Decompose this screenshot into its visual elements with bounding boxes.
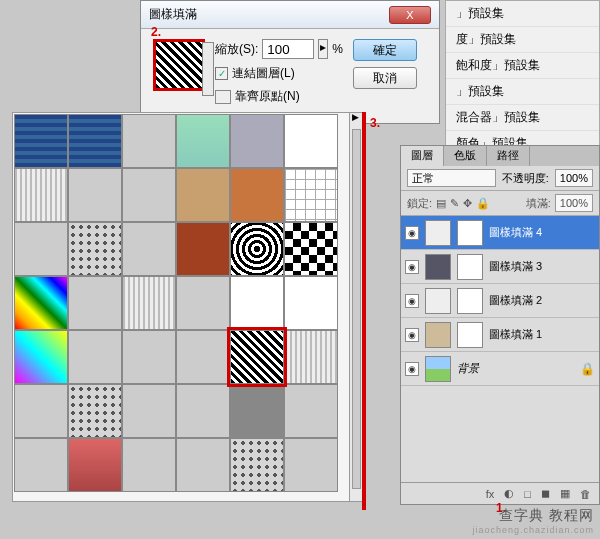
pattern-cell[interactable] xyxy=(14,384,68,438)
lock-pixels-icon[interactable]: ▤ xyxy=(436,197,446,210)
layer-thumb[interactable] xyxy=(425,288,451,314)
pattern-cell[interactable] xyxy=(122,114,176,168)
pattern-cell[interactable] xyxy=(14,330,68,384)
pattern-cell[interactable] xyxy=(176,330,230,384)
pattern-cell[interactable] xyxy=(122,222,176,276)
fx-icon[interactable]: fx xyxy=(486,488,495,500)
fill-input[interactable]: 100% xyxy=(555,194,593,212)
layer-thumb[interactable] xyxy=(425,220,451,246)
blend-mode-select[interactable]: 正常 xyxy=(407,169,496,187)
layer-name[interactable]: 圖樣填滿 3 xyxy=(489,259,595,274)
pattern-cell[interactable] xyxy=(230,438,284,492)
lock-move-icon[interactable]: ✥ xyxy=(463,197,472,210)
pattern-cell[interactable] xyxy=(68,114,122,168)
pattern-cell[interactable] xyxy=(176,222,230,276)
visibility-icon[interactable]: ◉ xyxy=(405,362,419,376)
pattern-cell[interactable] xyxy=(230,222,284,276)
snap-origin-label: 靠齊原點(N) xyxy=(235,88,300,105)
visibility-icon[interactable]: ◉ xyxy=(405,260,419,274)
pattern-cell[interactable] xyxy=(68,330,122,384)
link-layer-checkbox[interactable]: ✓ xyxy=(215,67,228,80)
pattern-cell[interactable] xyxy=(68,222,122,276)
close-icon[interactable]: X xyxy=(389,6,431,24)
preset-item[interactable]: 飽和度」預設集 xyxy=(446,53,599,79)
preset-item[interactable]: 混合器」預設集 xyxy=(446,105,599,131)
opacity-input[interactable]: 100% xyxy=(555,169,593,187)
trash-icon[interactable]: 🗑 xyxy=(580,488,591,500)
layer-row[interactable]: ◉ 圖樣填滿 3 xyxy=(401,250,599,284)
layer-thumb[interactable] xyxy=(425,356,451,382)
ok-button[interactable]: 確定 xyxy=(353,39,417,61)
layer-name[interactable]: 背景 xyxy=(457,361,574,376)
new-layer-icon[interactable]: ▦ xyxy=(560,487,570,500)
pattern-cell[interactable] xyxy=(176,114,230,168)
pattern-cell[interactable] xyxy=(284,438,338,492)
layer-row[interactable]: ◉ 圖樣填滿 4 xyxy=(401,216,599,250)
layer-thumb[interactable] xyxy=(425,322,451,348)
mask-icon[interactable]: ◐ xyxy=(504,487,514,500)
tab-layers[interactable]: 圖層 xyxy=(401,146,444,166)
pattern-cell[interactable] xyxy=(284,168,338,222)
pattern-cell[interactable] xyxy=(68,438,122,492)
pattern-cell[interactable] xyxy=(284,276,338,330)
adjustment-icon[interactable]: □ xyxy=(524,488,531,500)
tab-channels[interactable]: 色版 xyxy=(444,146,487,166)
pattern-cell[interactable] xyxy=(230,276,284,330)
dialog-title: 圖樣填滿 xyxy=(149,6,389,23)
pattern-cell[interactable] xyxy=(230,168,284,222)
snap-origin-button[interactable] xyxy=(215,90,231,104)
preset-item[interactable]: 度」預設集 xyxy=(446,27,599,53)
layer-name[interactable]: 圖樣填滿 1 xyxy=(489,327,595,342)
pattern-cell[interactable] xyxy=(122,330,176,384)
pattern-cell[interactable] xyxy=(284,114,338,168)
layer-mask[interactable] xyxy=(457,322,483,348)
lock-brush-icon[interactable]: ✎ xyxy=(450,197,459,210)
pattern-cell[interactable] xyxy=(122,168,176,222)
pattern-cell[interactable] xyxy=(176,384,230,438)
layer-name[interactable]: 圖樣填滿 2 xyxy=(489,293,595,308)
pattern-cell[interactable] xyxy=(176,168,230,222)
layer-mask[interactable] xyxy=(457,220,483,246)
pattern-cell[interactable] xyxy=(176,276,230,330)
scale-input[interactable] xyxy=(262,39,314,59)
visibility-icon[interactable]: ◉ xyxy=(405,226,419,240)
chevron-down-icon[interactable]: ▸ xyxy=(318,39,328,59)
pattern-cell[interactable] xyxy=(68,168,122,222)
preset-item[interactable]: 」預設集 xyxy=(446,79,599,105)
layer-thumb[interactable] xyxy=(425,254,451,280)
picker-scrollbar[interactable] xyxy=(349,113,363,501)
visibility-icon[interactable]: ◉ xyxy=(405,294,419,308)
dialog-titlebar[interactable]: 圖樣填滿 X xyxy=(141,1,439,29)
cancel-button[interactable]: 取消 xyxy=(353,67,417,89)
pattern-cell[interactable] xyxy=(176,438,230,492)
pattern-cell[interactable] xyxy=(14,438,68,492)
layer-row[interactable]: ◉ 圖樣填滿 2 xyxy=(401,284,599,318)
pattern-cell[interactable] xyxy=(14,114,68,168)
pattern-cell[interactable] xyxy=(122,276,176,330)
layer-list: ◉ 圖樣填滿 4 ◉ 圖樣填滿 3 ◉ 圖樣填滿 2 ◉ 圖樣填滿 1 ◉ 背景 xyxy=(401,216,599,482)
pattern-cell[interactable] xyxy=(230,114,284,168)
pattern-cell[interactable] xyxy=(122,438,176,492)
pattern-cell-selected[interactable]: 4. xyxy=(230,330,284,384)
pattern-cell[interactable] xyxy=(284,222,338,276)
layer-row[interactable]: ◉ 圖樣填滿 1 xyxy=(401,318,599,352)
pattern-cell[interactable] xyxy=(14,276,68,330)
pattern-cell[interactable] xyxy=(284,384,338,438)
pattern-cell[interactable] xyxy=(230,384,284,438)
layer-mask[interactable] xyxy=(457,254,483,280)
pattern-cell[interactable] xyxy=(68,276,122,330)
layer-row[interactable]: ◉ 背景 🔒 xyxy=(401,352,599,386)
layer-mask[interactable] xyxy=(457,288,483,314)
pattern-cell[interactable] xyxy=(14,222,68,276)
pattern-cell[interactable] xyxy=(122,384,176,438)
pattern-cell[interactable] xyxy=(14,168,68,222)
preset-item[interactable]: 」預設集 xyxy=(446,1,599,27)
visibility-icon[interactable]: ◉ xyxy=(405,328,419,342)
pattern-cell[interactable] xyxy=(284,330,338,384)
tab-paths[interactable]: 路徑 xyxy=(487,146,530,166)
pattern-swatch-dropdown[interactable] xyxy=(153,39,205,91)
lock-all-icon[interactable]: 🔒 xyxy=(476,197,490,210)
pattern-cell[interactable] xyxy=(68,384,122,438)
group-icon[interactable]: ◼ xyxy=(541,487,550,500)
layer-name[interactable]: 圖樣填滿 4 xyxy=(489,225,595,240)
